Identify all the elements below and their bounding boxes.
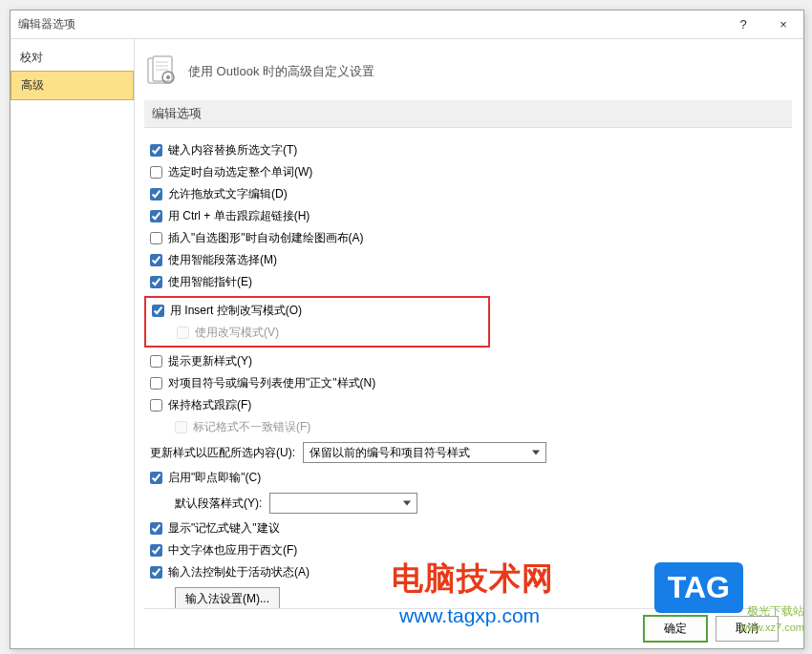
opt-mark-format-inconsist: 标记格式不一致错误(F) xyxy=(150,416,792,438)
chk-click-and-type[interactable] xyxy=(150,472,162,484)
chk-autoshape-canvas[interactable] xyxy=(150,232,162,244)
chk-mark-format-inconsist xyxy=(175,421,187,433)
chk-autocomplete-suggest[interactable] xyxy=(150,522,162,535)
opt-use-overwrite: 使用改写模式(V) xyxy=(152,322,482,344)
nav-item-advanced[interactable]: 高级 xyxy=(11,71,134,100)
nav-sidebar: 校对 高级 xyxy=(11,39,135,648)
chk-smart-paragraph[interactable] xyxy=(150,254,162,266)
chk-auto-word-select[interactable] xyxy=(150,166,162,179)
chk-insert-overwrite[interactable] xyxy=(152,305,164,317)
chk-use-overwrite xyxy=(177,327,189,339)
cancel-button[interactable]: 取消 xyxy=(716,616,779,642)
opt-type-replace[interactable]: 键入内容替换所选文字(T) xyxy=(150,139,792,161)
close-button[interactable]: × xyxy=(763,11,803,39)
opt-normal-style-lists[interactable]: 对项目符号或编号列表使用"正文"样式(N) xyxy=(150,372,792,394)
chk-type-replace[interactable] xyxy=(150,144,162,157)
main-header: 使用 Outlook 时的高级自定义设置 xyxy=(144,49,792,100)
chk-normal-style-lists[interactable] xyxy=(150,377,162,390)
settings-document-icon xyxy=(144,54,179,89)
nav-item-proofing[interactable]: 校对 xyxy=(11,44,134,72)
opt-smart-paragraph[interactable]: 使用智能段落选择(M) xyxy=(150,249,792,271)
dropdown-update-style[interactable]: 保留以前的编号和项目符号样式 xyxy=(303,442,546,463)
opt-ime-active[interactable]: 输入法控制处于活动状态(A) xyxy=(150,561,792,583)
opt-autoshape-canvas[interactable]: 插入"自选图形"时自动创建绘图画布(A) xyxy=(150,227,792,249)
chk-keep-format-track[interactable] xyxy=(150,399,162,411)
editor-options-dialog: 编辑器选项 ? × 校对 高级 使用 Outlook 时的高级自定义设置 xyxy=(10,10,804,649)
ok-button[interactable]: 确定 xyxy=(643,615,708,643)
opt-smart-cursor[interactable]: 使用智能指针(E) xyxy=(150,271,792,293)
label-update-style: 更新样式以匹配所选内容(U): xyxy=(150,445,295,461)
opt-keep-format-track[interactable]: 保持格式跟踪(F) xyxy=(150,394,792,416)
row-default-paragraph: 默认段落样式(Y): xyxy=(150,489,792,517)
section-title-editing: 编辑选项 xyxy=(144,100,792,128)
options-list: 键入内容替换所选文字(T) 选定时自动选定整个单词(W) 允许拖放式文字编辑(D… xyxy=(144,139,792,608)
opt-prompt-style-update[interactable]: 提示更新样式(Y) xyxy=(150,350,792,372)
dropdown-default-paragraph[interactable] xyxy=(269,493,417,514)
opt-drag-drop-edit[interactable]: 允许拖放式文字编辑(D) xyxy=(150,183,792,205)
titlebar: 编辑器选项 ? × xyxy=(11,11,803,39)
opt-insert-overwrite[interactable]: 用 Insert 控制改写模式(O) xyxy=(152,300,482,322)
row-ime-settings: 输入法设置(M)... xyxy=(150,583,792,608)
opt-ctrl-click-link[interactable]: 用 Ctrl + 单击跟踪超链接(H) xyxy=(150,205,792,227)
svg-point-6 xyxy=(166,75,170,79)
dialog-body: 校对 高级 使用 Outlook 时的高级自定义设置 编辑选项 xyxy=(11,39,803,648)
chk-drag-drop-edit[interactable] xyxy=(150,188,162,200)
opt-autocomplete-suggest[interactable]: 显示"记忆式键入"建议 xyxy=(150,517,792,539)
dialog-title: 编辑器选项 xyxy=(18,16,723,32)
main-panel: 使用 Outlook 时的高级自定义设置 编辑选项 键入内容替换所选文字(T) … xyxy=(135,39,803,648)
ime-settings-button[interactable]: 输入法设置(M)... xyxy=(175,587,280,608)
opt-click-and-type[interactable]: 启用"即点即输"(C) xyxy=(150,467,792,489)
opt-auto-word-select[interactable]: 选定时自动选定整个单词(W) xyxy=(150,161,792,183)
main-header-text: 使用 Outlook 时的高级自定义设置 xyxy=(188,63,374,80)
highlight-insert-overwrite: 用 Insert 控制改写模式(O) 使用改写模式(V) xyxy=(144,296,490,348)
row-update-style: 更新样式以匹配所选内容(U): 保留以前的编号和项目符号样式 xyxy=(150,438,792,467)
help-button[interactable]: ? xyxy=(723,11,763,39)
chk-prompt-style-update[interactable] xyxy=(150,355,162,368)
chk-ctrl-click-link[interactable] xyxy=(150,210,162,222)
label-default-paragraph: 默认段落样式(Y): xyxy=(175,496,262,512)
opt-cn-font-western[interactable]: 中文字体也应用于西文(F) xyxy=(150,539,792,561)
chk-ime-active[interactable] xyxy=(150,566,162,579)
dialog-footer: 确定 取消 xyxy=(144,608,792,648)
chk-smart-cursor[interactable] xyxy=(150,276,162,288)
chk-cn-font-western[interactable] xyxy=(150,544,162,557)
